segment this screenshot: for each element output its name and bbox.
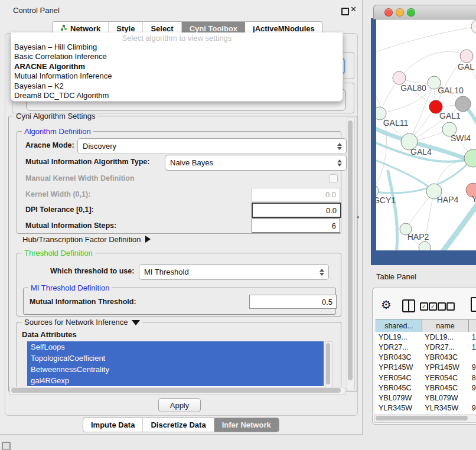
node-label: GAL11 [383,118,409,128]
tab-infer-network[interactable]: Infer Network [214,418,279,432]
mi-algorithm-type-label: Mutual Information Algorithm Type: [25,158,149,166]
table-cell: YBL079W [422,394,468,402]
hub-definition-expander[interactable]: Hub/Transcription Factor Definition [22,235,151,244]
attributes-scrollbar[interactable] [325,341,332,388]
stepper-icon[interactable] [335,143,344,150]
table-cell: YBR045C [422,384,468,392]
manual-kernel-width-checkbox[interactable] [329,174,338,183]
table-row[interactable]: YLR345WYLR345W9. [376,403,476,413]
network-view-canvas[interactable]: GALGAL80GAL10GAL11GAL1GAL4SWI4GCY1HAP4YH… [376,19,476,250]
algorithm-option[interactable]: Mutual Information Inference [11,71,343,81]
table-cell: YBR043C [422,353,468,361]
checked-checkbox-icon[interactable]: ✓ [420,302,428,311]
mac-close-button[interactable] [384,8,393,17]
table-cell: YBR043C [376,353,422,361]
node-circle[interactable] [471,19,476,34]
data-attributes-list: SelfLoopsTopologicalCoefficientBetweenne… [27,341,324,387]
attribute-item[interactable]: SelfLoops [27,341,324,353]
table-cell: 8. [469,374,476,382]
table-row[interactable]: YBL079WYBL079W [376,393,476,403]
node-label: HAP4 [437,195,459,204]
split-pane-handle[interactable]: ◂ [356,214,359,220]
algorithm-option[interactable]: Bayesian – Hill Climbing [11,43,343,52]
stepper-icon[interactable] [318,269,326,276]
settings-horizontal-scrollbar[interactable] [9,387,346,395]
network-icon [60,24,67,33]
scrollbar-thumb[interactable] [348,120,353,380]
scrollbar-thumb[interactable] [376,416,468,420]
checked-checkbox-icon[interactable]: ✓ [429,302,437,311]
column-header-shared[interactable]: shared... [376,319,422,332]
expand-right-icon[interactable] [145,236,151,243]
node-circle-gal80[interactable] [393,71,406,84]
which-threshold-combobox[interactable]: MI Threshold [139,264,329,280]
attribute-item[interactable]: BetweennessCentrality [27,364,324,375]
tab-discretize-data[interactable]: Discretize Data [143,418,214,432]
algorithm-option[interactable]: Bayesian – K2 [11,81,343,91]
algorithm-option[interactable]: ARACNE Algorithm [11,62,343,71]
attribute-item[interactable]: gal4RGexp [27,375,324,386]
mi-algorithm-type-combobox[interactable]: Naive Bayes [165,155,347,171]
aracne-mode-label: Aracne Mode: [25,141,74,149]
aracne-mode-combobox[interactable]: Discovery [77,138,347,154]
mac-zoom-button[interactable] [407,8,415,17]
column-header[interactable] [469,319,476,332]
group-legend: Algorithm Definition [22,127,93,136]
node-circle-gal[interactable] [460,50,473,63]
node-label: SWI4 [451,133,471,143]
stepper-icon[interactable] [335,159,344,167]
node-circle[interactable] [455,96,471,112]
node-label: HAP2 [407,232,429,242]
tab-label: Cyni Toolbox [190,24,237,33]
node-label: GAL4 [410,147,432,156]
float-window-icon[interactable] [341,8,349,15]
edge-path [399,51,467,78]
close-icon[interactable]: ✕ [350,5,357,14]
document-icon[interactable] [471,297,476,312]
apply-button[interactable]: Apply [158,398,201,412]
table-cell: YDL19... [422,333,468,341]
node-label: GAL10 [438,86,464,95]
table-cell: YER054C [422,374,468,382]
settings-vertical-scrollbar[interactable] [347,118,355,390]
columns-icon[interactable] [402,299,415,312]
table-cell: 9. [469,404,476,412]
node-circle-gcy1[interactable] [376,185,379,197]
gear-icon[interactable]: ⚙ [381,298,392,312]
combobox-value: Discovery [83,142,335,151]
collapse-down-icon[interactable] [132,320,140,325]
table-cell: 9. [469,384,476,392]
algorithm-option-list: Bayesian – Hill ClimbingBasic Correlatio… [11,43,343,100]
unchecked-checkbox-icon[interactable] [446,302,455,311]
mi-steps-field[interactable]: 6 [252,219,340,233]
bottom-tabbar: Impute DataDiscretize DataInfer Network [83,418,279,432]
dpi-tolerance-field[interactable]: 0.0 [252,203,341,218]
tab-impute-data[interactable]: Impute Data [83,418,143,432]
column-header-name[interactable]: name [422,319,469,332]
table-row[interactable]: YER054CYER054C8. [376,373,476,383]
unchecked-checkbox-icon[interactable] [438,302,446,311]
kernel-width-field[interactable]: 0.0 [252,188,340,201]
mac-minimize-button[interactable] [396,8,404,17]
node-label: GAL1 [439,111,461,120]
table-row[interactable]: YDR27...YDR27...12 [376,342,476,352]
table-row[interactable]: YBR045CYBR045C9. [376,383,476,393]
minimized-panel-icon[interactable] [2,442,11,450]
node-circle[interactable] [419,242,431,250]
table-cell: YBL079W [376,394,422,402]
algorithm-option[interactable]: Dream8 DC_TDC Algorithm [11,91,343,100]
node-label: GCY1 [376,195,396,205]
table-row[interactable]: YPR145WYPR145W9. [376,363,476,373]
scrollbar-thumb[interactable] [326,343,330,384]
table-row[interactable]: YDL19...YDL19...13 [376,332,476,342]
algorithm-option[interactable]: Basic Correlation Inference [11,52,343,61]
network-window-titlebar[interactable] [373,5,476,19]
mi-threshold-field[interactable]: 0.5 [249,295,337,309]
attribute-item[interactable]: TopologicalCoefficient [27,353,324,364]
scrollbar-thumb[interactable] [11,388,341,393]
node-label: GAL [458,62,474,71]
table-row[interactable]: YBR043CYBR043C [376,353,476,363]
mi-steps-label: Mutual Information Steps: [25,221,116,230]
table-row[interactable]: YIL052CYIL052C9. [376,413,476,414]
table-horizontal-scrollbar[interactable] [374,415,476,423]
